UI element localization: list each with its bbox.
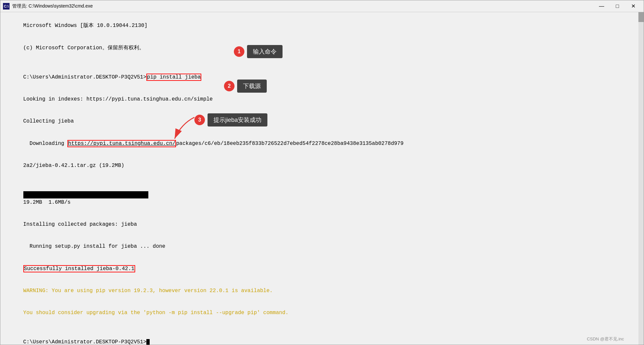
terminal-line-6: Collecting jieba [4, 110, 640, 132]
close-button[interactable]: ✕ [625, 0, 641, 12]
cursor [146, 339, 150, 345]
terminal-line-7: Downloading https://pypi.tuna.tsinghua.e… [4, 132, 640, 154]
cmd-icon: C:\ [3, 3, 10, 10]
annotation-label-2: 下载源 [237, 80, 267, 93]
annotation-badge-2: 2 [224, 81, 235, 91]
progress-bar [23, 191, 148, 198]
terminal-area: Microsoft Windows [版本 10.0.19044.2130] (… [0, 12, 644, 345]
terminal-line-15 [4, 324, 640, 331]
annotation-1: 1 输入命令 [234, 45, 283, 58]
terminal-line-16: C:\Users\Administrator.DESKTOP-P3Q2V51> [4, 331, 640, 345]
success-highlight: Successfully installed jieba-0.42.1 [23, 265, 135, 272]
terminal-line-8: 2a2/jieba-0.42.1.tar.gz (19.2MB) [4, 154, 640, 176]
minimize-button[interactable]: — [594, 0, 609, 12]
scrollbar-thumb[interactable] [638, 12, 644, 22]
terminal-line-14: You should consider upgrading via the 'p… [4, 302, 640, 324]
annotation-3: 3 提示jieba安装成功 [194, 113, 267, 126]
terminal-line-11: Running setup.py install for jieba ... d… [4, 236, 640, 258]
terminal-line-3 [4, 59, 640, 66]
window: C:\ 管理员: C:\Windows\system32\cmd.exe — □… [0, 0, 644, 345]
annotation-label-3: 提示jieba安装成功 [208, 113, 267, 126]
watermark: CSDN @君不见.inc [587, 336, 624, 342]
terminal-line-4: C:\Users\Administrator.DESKTOP-P3Q2V51>p… [4, 66, 640, 88]
window-controls: — □ ✕ [594, 0, 641, 12]
titlebar: C:\ 管理员: C:\Windows\system32\cmd.exe — □… [0, 0, 644, 12]
annotation-badge-3: 3 [194, 115, 205, 125]
annotation-label-1: 输入命令 [247, 45, 283, 58]
maximize-button[interactable]: □ [609, 0, 625, 12]
terminal-line-9: 19.2MB 1.6MB/s [4, 177, 640, 214]
terminal-line-2: (c) Microsoft Corporation。保留所有权利。 [4, 37, 640, 59]
window-title: 管理员: C:\Windows\system32\cmd.exe [12, 3, 594, 9]
terminal-line-10: Installing collected packages: jieba [4, 214, 640, 236]
annotation-badge-1: 1 [234, 46, 244, 57]
annotation-2: 2 下载源 [224, 80, 267, 93]
terminal-line-1: Microsoft Windows [版本 10.0.19044.2130] [4, 15, 640, 37]
terminal-line-13: WARNING: You are using pip version 19.2.… [4, 280, 640, 302]
terminal-line-5: Looking in indexes: https://pypi.tuna.ts… [4, 88, 640, 110]
pip-command-highlight: pip install jieba [146, 74, 201, 81]
scrollbar[interactable] [638, 12, 644, 345]
terminal-line-12: Successfully installed jieba-0.42.1 [4, 258, 640, 280]
download-url-highlight: https://pypi.tuna.tsinghua.edu.cn/ [67, 140, 176, 147]
